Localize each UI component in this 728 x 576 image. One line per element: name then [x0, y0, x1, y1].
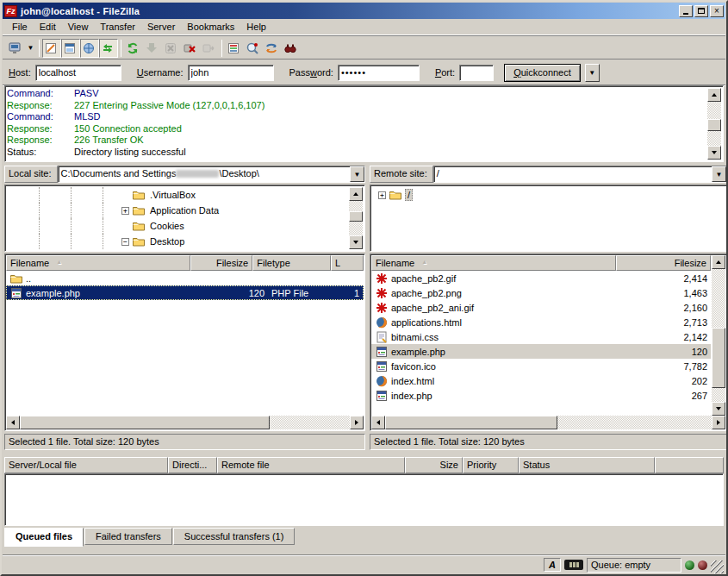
- close-button[interactable]: ×: [710, 5, 724, 17]
- file-row[interactable]: applications.html2,713: [371, 315, 711, 329]
- expand-icon[interactable]: +: [121, 207, 129, 215]
- menu-file[interactable]: File: [6, 20, 34, 34]
- collapse-icon[interactable]: −: [121, 238, 129, 246]
- menu-server[interactable]: Server: [141, 20, 181, 34]
- tree-item[interactable]: .VirtualBox: [7, 187, 363, 203]
- scroll-thumb[interactable]: [349, 211, 363, 222]
- menu-transfer[interactable]: Transfer: [94, 20, 141, 34]
- port-input[interactable]: [459, 65, 494, 81]
- tree-item[interactable]: −Desktop: [7, 234, 363, 249]
- column-header-filesize[interactable]: Filesize: [616, 255, 711, 271]
- toggle-queue-button[interactable]: [99, 39, 118, 58]
- local-path-combo[interactable]: C:\Documents and Settings\Desktop\ ▼: [58, 166, 365, 183]
- file-row[interactable]: favicon.ico7,782: [371, 359, 711, 373]
- toggle-remote-tree-button[interactable]: [80, 39, 99, 58]
- scroll-left-button[interactable]: [6, 416, 20, 429]
- scroll-thumb[interactable]: [385, 416, 557, 429]
- file-row[interactable]: index.php267: [371, 388, 711, 403]
- remote-list-hscrollbar[interactable]: [371, 416, 725, 429]
- remote-path-combo[interactable]: / ▼: [433, 166, 727, 183]
- password-input[interactable]: [338, 65, 420, 81]
- local-list-hscrollbar[interactable]: [6, 416, 364, 429]
- queue-column-priority[interactable]: Priority: [463, 457, 519, 473]
- scroll-up-button[interactable]: [707, 88, 721, 102]
- queue-column-status[interactable]: Status: [519, 457, 655, 473]
- file-row[interactable]: apache_pb2_ani.gif2,160: [371, 300, 711, 315]
- file-row[interactable]: example.php120: [371, 344, 711, 359]
- remote-path-dropdown-icon[interactable]: ▼: [712, 166, 726, 182]
- tab-failed-transfers[interactable]: Failed transfers: [84, 528, 172, 545]
- scroll-thumb[interactable]: [20, 416, 270, 429]
- process-queue-button[interactable]: [143, 39, 162, 58]
- synchronized-browsing-button[interactable]: [263, 39, 282, 58]
- menu-view[interactable]: View: [62, 20, 95, 34]
- directory-filter-button[interactable]: [225, 39, 244, 58]
- menu-help[interactable]: Help: [240, 20, 272, 34]
- file-row[interactable]: apache_pb2.png1,463: [371, 285, 711, 300]
- tree-item[interactable]: +/: [372, 187, 725, 203]
- tab-successful-transfers-[interactable]: Successful transfers (1): [173, 528, 296, 545]
- find-files-button[interactable]: [282, 39, 301, 58]
- scroll-thumb[interactable]: [712, 328, 725, 388]
- menu-edit[interactable]: Edit: [34, 20, 62, 34]
- remote-path-value: /: [434, 166, 712, 182]
- tree-item[interactable]: +Application Data: [7, 203, 363, 218]
- column-label: Directi...: [172, 460, 207, 470]
- toggle-local-tree-button[interactable]: [61, 39, 80, 58]
- remote-list-scrollbar[interactable]: [712, 255, 725, 416]
- menu-bar: FileEditViewTransferServerBookmarksHelp: [3, 19, 725, 35]
- toggle-log-button[interactable]: [42, 39, 61, 58]
- transfer-queue-body[interactable]: [4, 473, 724, 526]
- scroll-up-button[interactable]: [712, 255, 725, 269]
- expand-icon[interactable]: +: [378, 191, 386, 199]
- site-manager-button[interactable]: [6, 39, 25, 58]
- column-header-filename[interactable]: Filename▲: [371, 255, 616, 271]
- filesize-cell: 2,142: [616, 332, 711, 342]
- data-type-indicator-icon[interactable]: A: [544, 558, 561, 572]
- tree-item[interactable]: Cookies: [7, 218, 363, 234]
- column-label: L: [335, 258, 340, 268]
- queue-column-size[interactable]: Size: [405, 457, 463, 473]
- queue-column-directi[interactable]: Directi...: [168, 457, 217, 473]
- scroll-right-button[interactable]: [350, 416, 364, 429]
- queue-column-serverlocalfile[interactable]: Server/Local file: [4, 457, 168, 473]
- local-tree-scrollbar[interactable]: [349, 187, 363, 249]
- toggle-queue-icon: [101, 41, 115, 55]
- maximize-icon: [698, 8, 705, 14]
- scroll-left-button[interactable]: [371, 416, 385, 429]
- reconnect-button[interactable]: [200, 39, 219, 58]
- site-manager-dropdown-button[interactable]: ▼: [25, 39, 36, 58]
- disconnect-button[interactable]: [181, 39, 200, 58]
- refresh-button[interactable]: [124, 39, 143, 58]
- scroll-thumb[interactable]: [707, 119, 721, 131]
- tab-queued-files[interactable]: Queued files: [4, 528, 84, 547]
- scroll-down-button[interactable]: [349, 235, 363, 249]
- host-input[interactable]: [35, 65, 121, 81]
- resize-grip[interactable]: [711, 560, 724, 573]
- scroll-down-button[interactable]: [712, 402, 725, 416]
- local-path-dropdown-icon[interactable]: ▼: [350, 166, 364, 182]
- scroll-right-button[interactable]: [712, 416, 725, 429]
- scroll-up-button[interactable]: [349, 187, 363, 201]
- column-header-l[interactable]: L: [331, 255, 364, 271]
- column-header-filesize[interactable]: Filesize: [190, 255, 252, 271]
- maximize-button[interactable]: [694, 5, 708, 17]
- column-header-filename[interactable]: Filename▲: [6, 255, 190, 271]
- speed-limit-indicator-icon[interactable]: [564, 560, 583, 570]
- file-row[interactable]: example.php120PHP File1: [6, 285, 364, 300]
- quickconnect-dropdown-button[interactable]: ▼: [585, 64, 600, 82]
- file-row[interactable]: apache_pb2.gif2,414: [371, 271, 711, 285]
- file-row[interactable]: ..: [6, 271, 364, 285]
- directory-comparison-button[interactable]: [244, 39, 263, 58]
- log-scrollbar[interactable]: [707, 88, 721, 160]
- queue-column-remotefile[interactable]: Remote file: [217, 457, 405, 473]
- quickconnect-button[interactable]: Quickconnect: [504, 64, 581, 82]
- file-row[interactable]: index.html202: [371, 373, 711, 388]
- username-input[interactable]: [188, 65, 274, 81]
- minimize-button[interactable]: [679, 5, 693, 17]
- file-row[interactable]: bitnami.css2,142: [371, 329, 711, 344]
- column-header-filetype[interactable]: Filetype: [252, 255, 331, 271]
- cancel-operation-button[interactable]: [162, 39, 181, 58]
- scroll-down-button[interactable]: [707, 146, 721, 160]
- menu-bookmarks[interactable]: Bookmarks: [181, 20, 240, 34]
